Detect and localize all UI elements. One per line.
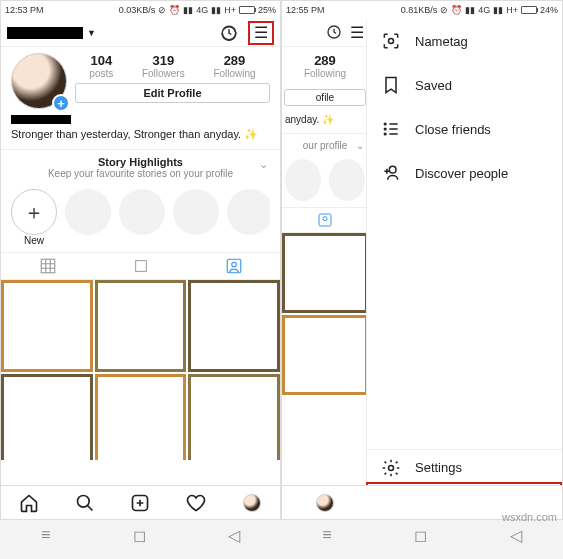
nav-activity-icon[interactable] [168,493,224,513]
left-screenshot: 12:53 PM 0.03KB/s ⊘ ⏰ ▮▮ 4G ▮▮ H+ 25% ▼ … [0,0,281,520]
highlights-title: Story Highlights [11,156,270,168]
tab-feed-icon[interactable] [94,253,187,279]
add-story-icon[interactable]: + [52,94,70,112]
svg-point-5 [77,495,89,507]
home-icon[interactable]: ◻ [414,526,427,545]
svg-point-10 [389,39,394,44]
highlight-placeholder [329,159,365,201]
plus-icon: ＋ [11,189,57,235]
menu-nametag[interactable]: Nametag [367,19,562,63]
svg-point-13 [384,133,386,135]
recents-icon[interactable]: ≡ [41,526,50,544]
alarm-icon: ⏰ [451,5,462,15]
photo-thumb[interactable] [95,280,187,372]
menu-label: Discover people [415,166,508,181]
photo-thumb[interactable] [282,233,368,313]
photo-thumb[interactable] [188,374,280,460]
battery-icon [521,6,537,14]
net-speed: 0.81KB/s [401,5,438,15]
edit-profile-partial[interactable]: ofile [284,89,366,106]
menu-close-friends[interactable]: Close friends [367,107,562,151]
svg-rect-2 [135,261,146,272]
chevron-down-icon: ▼ [87,28,96,38]
highlight-placeholder [65,189,111,235]
highlights-partial: our profile ⌄ [282,133,368,207]
watermark: wsxdn.com [502,511,557,523]
stat-following[interactable]: 289 Following [213,53,255,79]
tab-tagged-icon[interactable] [187,253,280,279]
story-highlights[interactable]: Story Highlights Keep your favourite sto… [1,149,280,252]
highlights-subtitle: Keep your favourite stories on your prof… [11,168,270,179]
stat-followers[interactable]: 319 Followers [142,53,185,79]
photo-thumb[interactable] [1,280,93,372]
menu-saved[interactable]: Saved [367,63,562,107]
battery-icon [239,6,255,14]
photo-thumb[interactable] [1,374,93,460]
chevron-down-icon[interactable]: ⌄ [356,140,364,151]
photo-thumb[interactable] [95,374,187,460]
highlight-placeholder [285,159,321,201]
svg-point-12 [384,128,386,130]
nav-home-icon[interactable] [1,493,57,513]
signal-icon-2: ▮▮ [493,5,503,15]
nav-add-icon[interactable] [113,493,169,513]
signal-hplus: H+ [506,5,518,15]
chevron-down-icon[interactable]: ⌄ [259,158,268,171]
profile-bio: Stronger than yesterday, Stronger than a… [1,111,280,149]
menu-label: Close friends [415,122,491,137]
nav-profile-icon[interactable] [282,494,368,512]
nav-search-icon[interactable] [57,493,113,513]
svg-rect-1 [41,259,55,273]
highlight-placeholder [119,189,165,235]
svg-point-11 [384,123,386,125]
back-icon[interactable]: ◁ [510,526,522,545]
tab-grid-icon[interactable] [1,253,94,279]
menu-label: Nametag [415,34,468,49]
username-redacted [7,27,83,39]
signal-4g: 4G [478,5,490,15]
battery-pct: 25% [258,5,276,15]
status-time: 12:55 PM [286,5,325,15]
android-nav-left: ≡ ◻ ◁ [0,520,281,550]
hamburger-menu-icon[interactable]: ☰ [248,21,274,45]
status-time: 12:53 PM [5,5,44,15]
status-bar: 12:53 PM 0.03KB/s ⊘ ⏰ ▮▮ 4G ▮▮ H+ 25% [1,1,280,19]
status-bar: 12:55 PM 0.81KB/s ⊘ ⏰ ▮▮ 4G ▮▮ H+ 24% [282,1,562,19]
stat-posts[interactable]: 104 posts [89,53,113,79]
username-dropdown[interactable]: ▼ [7,27,96,39]
profile-avatar[interactable]: + [11,53,67,109]
highlight-new[interactable]: ＋ New [11,189,57,246]
svg-rect-8 [319,214,331,226]
recents-icon[interactable]: ≡ [322,526,331,544]
back-icon[interactable]: ◁ [228,526,240,545]
profile-header: ▼ ☰ [1,19,280,47]
menu-label: Settings [415,460,462,475]
photo-thumb[interactable] [282,315,368,395]
menu-discover-people[interactable]: Discover people [367,151,562,195]
right-screenshot: 12:55 PM 0.81KB/s ⊘ ⏰ ▮▮ 4G ▮▮ H+ 24% ☰ … [281,0,563,520]
hamburger-menu-icon[interactable]: ☰ [350,25,364,41]
signal-hplus: H+ [224,5,236,15]
battery-pct: 24% [540,5,558,15]
menu-settings[interactable]: Settings [367,449,562,485]
bio-name-redacted [11,115,71,124]
bottom-nav [1,485,280,519]
photo-thumb[interactable] [188,280,280,372]
nav-profile-icon[interactable] [224,494,280,512]
edit-profile-button[interactable]: Edit Profile [75,83,270,103]
home-icon[interactable]: ◻ [133,526,146,545]
dnd-icon: ⊘ [158,5,166,15]
side-menu: Nametag Saved Close friends Discover peo… [366,19,562,485]
menu-label: Saved [415,78,452,93]
svg-rect-3 [227,259,241,273]
highlight-placeholder [173,189,219,235]
highlight-placeholder [227,189,270,235]
archive-icon[interactable] [326,24,342,42]
archive-icon[interactable] [220,24,238,42]
android-nav-right: ≡ ◻ ◁ [281,520,563,550]
photo-grid [1,280,280,460]
alarm-icon: ⏰ [169,5,180,15]
tab-tagged-icon[interactable] [282,208,368,232]
signal-icon-2: ▮▮ [211,5,221,15]
signal-4g: 4G [196,5,208,15]
